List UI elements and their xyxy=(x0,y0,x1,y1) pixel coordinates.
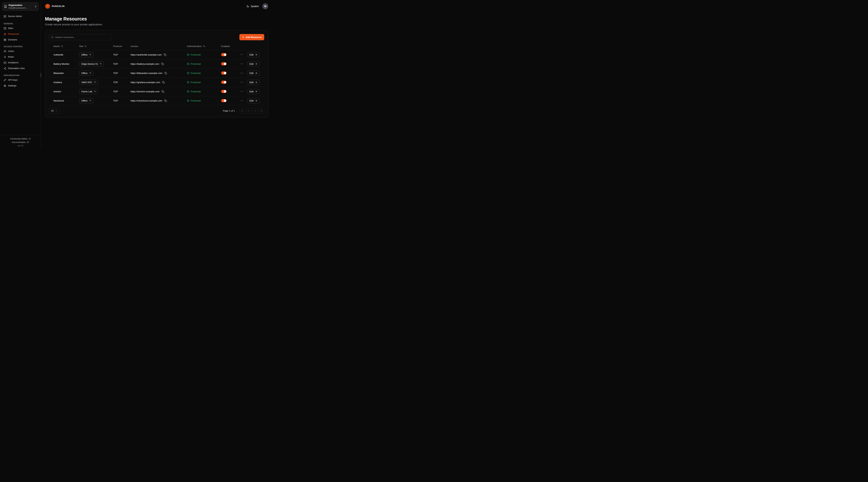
row-menu-button[interactable]: ⋯ xyxy=(240,90,244,93)
shield-check-icon xyxy=(187,81,189,84)
column-header-access: Access xyxy=(129,45,185,47)
site-link-button[interactable]: Home Lab xyxy=(79,89,98,94)
section-label-organization: ORGANIZATION xyxy=(4,74,37,76)
site-link-button[interactable]: AWS VPC xyxy=(79,79,98,85)
section-label-access-control: ACCESS CONTROL xyxy=(4,45,37,47)
org-selector[interactable]: Organization milo@fossorial.io's ... xyxy=(2,2,39,11)
access-url: https://battery.example.com xyxy=(130,63,159,65)
sidebar-item-users[interactable]: Users xyxy=(2,49,39,54)
protocol-value: TCP xyxy=(112,72,129,74)
chevrons-up-down-icon xyxy=(34,5,37,8)
edit-button[interactable]: Edit xyxy=(247,61,260,67)
search-icon xyxy=(51,36,54,38)
site-link-button[interactable]: Office xyxy=(79,52,93,58)
row-menu-button[interactable]: ⋯ xyxy=(240,99,244,102)
arrow-up-right-icon xyxy=(89,100,91,102)
enabled-toggle[interactable] xyxy=(221,99,226,102)
edit-button[interactable]: Edit xyxy=(247,89,260,94)
column-header-name[interactable]: Name xyxy=(52,45,78,47)
access-url: https://authentik.example.com xyxy=(130,54,162,56)
copy-icon[interactable] xyxy=(163,53,167,56)
gear-icon xyxy=(4,85,6,87)
user-icon xyxy=(4,56,6,58)
access-url: https://nextcloud.example.com xyxy=(130,99,162,102)
page-title: Manage Resources xyxy=(45,16,268,22)
community-edition-link[interactable]: Community Edition xyxy=(2,137,39,140)
copy-icon[interactable] xyxy=(164,99,167,102)
add-resource-button[interactable]: Add Resource xyxy=(239,34,264,40)
arrow-right-icon xyxy=(255,90,257,93)
next-page-button[interactable] xyxy=(252,108,258,114)
row-menu-button[interactable]: ⋯ xyxy=(240,71,244,75)
sidebar-footer: Community Edition Documentation v1.7.0 xyxy=(0,135,41,149)
topbar: PANGOLIN System M xyxy=(45,0,268,12)
auth-label: Protected xyxy=(191,54,201,56)
protocol-value: TCP xyxy=(112,63,129,65)
table-row: Nextcloud Office TCP https://nextcloud.e… xyxy=(49,96,264,105)
previous-page-button[interactable] xyxy=(246,108,251,114)
row-menu-button[interactable]: ⋯ xyxy=(240,80,244,84)
brand-logo[interactable]: PANGOLIN xyxy=(45,4,65,9)
enabled-toggle[interactable] xyxy=(221,90,226,93)
page-info: Page 1 of 1 xyxy=(223,109,235,112)
edit-button[interactable]: Edit xyxy=(247,79,260,85)
column-header-site[interactable]: Site xyxy=(78,45,112,47)
enabled-toggle[interactable] xyxy=(221,53,226,56)
auth-status-badge: Protected xyxy=(187,99,201,102)
copy-icon[interactable] xyxy=(164,71,167,75)
row-menu-button[interactable]: ⋯ xyxy=(240,62,244,66)
copy-icon[interactable] xyxy=(162,81,165,84)
site-link-button[interactable]: Office xyxy=(79,70,93,76)
copy-icon[interactable] xyxy=(161,90,164,93)
table-row: Battery Monitor Edge Device 01 TCP https… xyxy=(49,59,264,68)
edit-label: Edit xyxy=(249,54,253,56)
sidebar-item-api-keys[interactable]: API Keys xyxy=(2,77,39,83)
sidebar-item-sites[interactable]: Sites xyxy=(2,26,39,31)
blocks-icon xyxy=(4,27,6,30)
enabled-toggle[interactable] xyxy=(221,81,226,84)
auth-status-badge: Protected xyxy=(187,72,201,74)
sidebar-resize-handle[interactable] xyxy=(41,73,41,77)
org-subtitle: milo@fossorial.io's ... xyxy=(8,7,33,9)
site-link-button[interactable]: Office xyxy=(79,98,93,103)
first-page-button[interactable] xyxy=(239,108,244,114)
sidebar-item-shareable-links[interactable]: Shareable Links xyxy=(2,66,39,71)
theme-selector-button[interactable]: System xyxy=(247,5,259,8)
auth-status-badge: Protected xyxy=(187,54,201,56)
sidebar-item-label: API Keys xyxy=(8,78,18,82)
search-input[interactable] xyxy=(55,36,109,38)
site-link-button[interactable]: Edge Device 01 xyxy=(79,61,104,67)
external-link-icon xyxy=(29,138,31,140)
sidebar-item-label: Users xyxy=(8,50,14,53)
edit-label: Edit xyxy=(249,72,253,74)
documentation-link[interactable]: Documentation xyxy=(2,140,39,144)
enabled-toggle[interactable] xyxy=(221,71,226,75)
edit-button[interactable]: Edit xyxy=(247,52,260,58)
page-size-select[interactable]: 20 xyxy=(49,108,60,114)
chevron-left-icon xyxy=(247,110,250,112)
arrow-up-right-icon xyxy=(99,63,101,65)
waypoints-icon xyxy=(4,33,6,35)
chevron-right-icon xyxy=(254,110,256,112)
brand-name: PANGOLIN xyxy=(52,5,65,7)
org-name: Organization xyxy=(8,4,33,7)
sidebar-item-domains[interactable]: Domains xyxy=(2,37,39,43)
sidebar-item-invitations[interactable]: Invitations xyxy=(2,60,39,66)
shield-check-icon xyxy=(187,63,189,65)
chevrons-left-icon xyxy=(241,110,243,112)
auth-status-badge: Protected xyxy=(187,81,201,84)
avatar[interactable]: M xyxy=(262,3,268,9)
edit-button[interactable]: Edit xyxy=(247,98,260,103)
last-page-button[interactable] xyxy=(259,108,264,114)
site-label: AWS VPC xyxy=(82,81,92,84)
sidebar-item-roles[interactable]: Roles xyxy=(2,54,39,60)
sidebar-item-server-admin[interactable]: Server Admin xyxy=(2,13,39,19)
copy-icon[interactable] xyxy=(161,62,164,66)
row-menu-button[interactable]: ⋯ xyxy=(240,53,244,57)
edit-button[interactable]: Edit xyxy=(247,70,260,76)
sidebar-item-resources[interactable]: Resources xyxy=(2,31,39,37)
enabled-toggle[interactable] xyxy=(221,62,226,65)
column-header-authentication[interactable]: Authentication xyxy=(185,45,219,47)
edit-label: Edit xyxy=(249,63,253,65)
sidebar-item-settings[interactable]: Settings xyxy=(2,83,39,89)
